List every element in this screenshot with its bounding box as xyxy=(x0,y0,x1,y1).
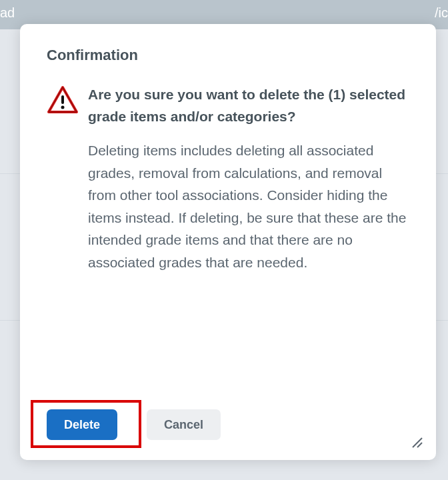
confirmation-dialog: Confirmation Are you sure you want to de… xyxy=(20,24,436,460)
dialog-body: Are you sure you want to delete the (1) … xyxy=(47,84,409,393)
delete-button[interactable]: Delete xyxy=(47,409,117,440)
dialog-title: Confirmation xyxy=(47,47,409,64)
svg-line-4 xyxy=(413,438,422,447)
svg-point-3 xyxy=(61,106,65,109)
dialog-question: Are you sure you want to delete the (1) … xyxy=(88,84,409,127)
svg-rect-2 xyxy=(61,95,64,104)
resize-handle-icon[interactable] xyxy=(409,435,423,448)
dialog-message: Are you sure you want to delete the (1) … xyxy=(88,84,409,274)
svg-line-5 xyxy=(417,443,422,447)
bg-text-right: /ic xyxy=(435,5,448,21)
cancel-button[interactable]: Cancel xyxy=(147,409,221,440)
dialog-detail: Deleting items includes deleting all ass… xyxy=(88,139,409,274)
bg-text-left: ad xyxy=(0,5,15,21)
warning-triangle-icon xyxy=(47,85,79,115)
dialog-footer: Delete Cancel xyxy=(47,409,409,440)
